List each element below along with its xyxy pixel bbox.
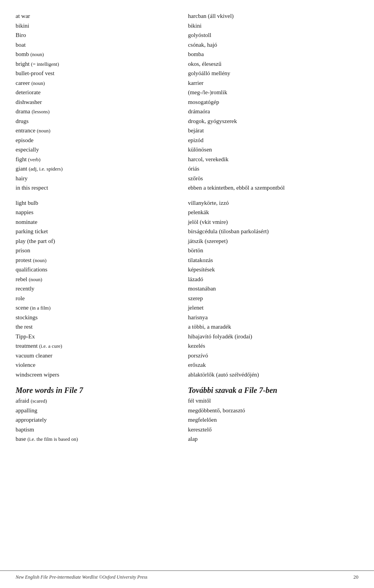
word-row: scene (in a film) <box>16 303 172 312</box>
word-row: jelenet <box>188 303 358 312</box>
word-row: at war <box>16 12 172 21</box>
word-row: deteriorate <box>16 88 172 97</box>
english-term: Tipp-Ex <box>16 332 35 341</box>
english-term: protest (noun) <box>16 256 46 265</box>
word-row: golyóstoll <box>188 31 358 40</box>
english-term: deteriorate <box>16 88 41 97</box>
qualifier: (noun) <box>29 276 42 282</box>
hungarian-term: a többi, a maradék <box>188 322 231 331</box>
hungarian-term: harcban (áll vkivel) <box>188 12 233 21</box>
word-row: lázadó <box>188 275 358 284</box>
hungarian-term: mostanában <box>188 284 216 293</box>
word-row: drogok, gyógyszerek <box>188 117 358 126</box>
word-row: játszik (szerepet) <box>188 237 358 246</box>
section-header-right: További szavak a File 7-ben <box>188 386 358 395</box>
english-term: baptism <box>16 425 34 434</box>
footer-page: 20 <box>353 574 358 580</box>
qualifier: (i.e. the film is based on) <box>27 436 78 442</box>
word-columns: at warbikiniBiroboatbomb (noun)bright (=… <box>16 12 358 444</box>
hungarian-term: harisnya <box>188 313 208 322</box>
word-row: base (i.e. the film is based on) <box>16 435 172 444</box>
word-row: vacuum cleaner <box>16 351 172 360</box>
english-term: rebel (noun) <box>16 275 42 284</box>
hungarian-term: játszik (szerepet) <box>188 237 228 246</box>
english-term: qualifications <box>16 265 48 274</box>
qualifier: (scared) <box>31 398 47 404</box>
hungarian-term: golyóstoll <box>188 31 211 40</box>
hungarian-term: erőszak <box>188 361 206 370</box>
word-row: harisnya <box>188 313 358 322</box>
hungarian-term: harcol, verekedik <box>188 155 228 164</box>
english-term: parking ticket <box>16 227 48 236</box>
hungarian-term: drogok, gyógyszerek <box>188 117 237 126</box>
column-right: harcban (áll vkivel)bikinigolyóstollcsón… <box>180 12 358 444</box>
hungarian-term: kezelés <box>188 342 205 350</box>
english-term: hairy <box>16 174 28 183</box>
word-row: career (noun) <box>16 79 172 88</box>
word-row: the rest <box>16 322 172 331</box>
hungarian-term: porszívó <box>188 351 208 360</box>
hungarian-term: csónak, hajó <box>188 40 217 49</box>
hungarian-term: mosogatógép <box>188 98 219 107</box>
word-row: ebben a tekintetben, ebből a szempontból <box>188 183 358 192</box>
word-row: alap <box>188 435 358 444</box>
hungarian-term: szőrös <box>188 174 203 183</box>
word-row: bikini <box>188 21 358 30</box>
hungarian-term: jelenet <box>188 303 203 312</box>
word-row: violence <box>16 361 172 370</box>
hungarian-term: karrier <box>188 79 203 88</box>
word-row: mosogatógép <box>188 98 358 107</box>
english-term: drugs <box>16 117 28 126</box>
hungarian-term: golyóálló mellény <box>188 69 230 78</box>
word-row: especially <box>16 145 172 154</box>
word-row: óriás <box>188 164 358 173</box>
word-row: képesítések <box>188 265 358 274</box>
english-term: Biro <box>16 31 26 40</box>
word-row: play (the part of) <box>16 237 172 246</box>
word-row: light bulb <box>16 199 172 208</box>
word-row: hairy <box>16 174 172 183</box>
english-term: nominate <box>16 218 37 227</box>
word-row: stockings <box>16 313 172 322</box>
word-row: ablaktörlők (autó szélvédőjén) <box>188 370 358 379</box>
hungarian-term: (meg-/le-)romlik <box>188 88 227 97</box>
word-row: erőszak <box>188 361 358 370</box>
english-term: light bulb <box>16 199 38 208</box>
word-row: protest (noun) <box>16 256 172 265</box>
word-row: drugs <box>16 117 172 126</box>
hungarian-term: keresztelő <box>188 425 212 434</box>
hungarian-term: bírságcédula (tilosban parkolásért) <box>188 227 268 236</box>
english-term: stockings <box>16 313 38 322</box>
english-term: base (i.e. the film is based on) <box>16 435 78 444</box>
word-row: kezelés <box>188 342 358 350</box>
word-row: episode <box>16 136 172 145</box>
word-row: golyóálló mellény <box>188 69 358 78</box>
qualifier: (noun) <box>33 257 47 263</box>
english-term: in this respect <box>16 183 48 192</box>
english-term: drama (lessons) <box>16 107 49 116</box>
hungarian-term: megfelelően <box>188 415 217 424</box>
english-term: dishwasher <box>16 98 42 107</box>
qualifier: (verb) <box>28 157 41 162</box>
word-row: szőrös <box>188 174 358 183</box>
hungarian-term: szerep <box>188 294 203 303</box>
english-term: bullet-proof vest <box>16 69 55 78</box>
word-row: (meg-/le-)romlik <box>188 88 358 97</box>
word-row: recently <box>16 284 172 293</box>
section-header-left: More words in File 7 <box>16 386 172 395</box>
qualifier: (i.e. a cure) <box>39 343 62 349</box>
word-row: nominate <box>16 218 172 227</box>
hungarian-term: ablaktörlők (autó szélvédőjén) <box>188 370 259 379</box>
english-term: giant (adj, i.e. spiders) <box>16 164 63 173</box>
word-row: fight (verb) <box>16 155 172 164</box>
word-row: bejárat <box>188 126 358 135</box>
qualifier: (lessons) <box>32 109 49 114</box>
word-row: mostanában <box>188 284 358 293</box>
word-row: drámaóra <box>188 107 358 116</box>
page-footer: New English File Pre-intermediate Wordli… <box>0 570 374 580</box>
word-row: Tipp-Ex <box>16 332 172 341</box>
word-row: prison <box>16 246 172 255</box>
word-row: keresztelő <box>188 425 358 434</box>
english-term: bomb (noun) <box>16 50 44 59</box>
hungarian-term: bikini <box>188 21 201 30</box>
